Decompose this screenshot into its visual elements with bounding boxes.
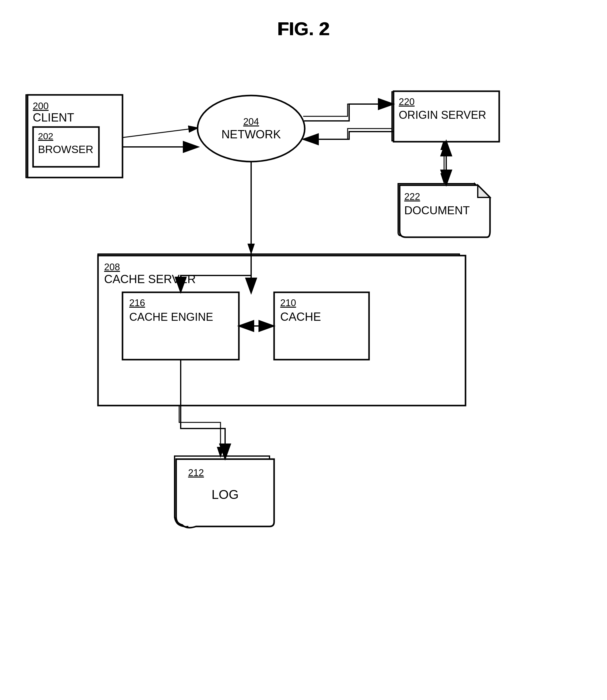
- svg-text:CACHE ENGINE: CACHE ENGINE: [129, 311, 213, 323]
- svg-text:222: 222: [404, 191, 420, 202]
- cache-server-box: [98, 254, 459, 401]
- network-ellipse: [199, 96, 303, 160]
- svg-text:CLIENT: CLIENT: [33, 111, 74, 124]
- svg-text:DOCUMENT: DOCUMENT: [404, 204, 470, 217]
- svg-text:BROWSER: BROWSER: [38, 143, 93, 155]
- cache-server-number: 208: [104, 261, 120, 271]
- svg-point-12: [197, 95, 305, 161]
- log-label: LOG: [186, 485, 212, 498]
- client-label: CLIENT: [30, 111, 70, 123]
- svg-text:210: 210: [280, 298, 296, 308]
- origin-server-label: ORIGIN SERVER: [397, 108, 479, 120]
- svg-rect-6: [27, 95, 123, 177]
- cache-server-label: CACHE SERVER: [104, 271, 191, 283]
- client-to-network-arrow: [121, 128, 197, 138]
- svg-rect-9: [33, 127, 99, 167]
- client-number: 200: [30, 100, 47, 111]
- svg-text:208: 208: [104, 262, 120, 272]
- cache-engine-box: [123, 291, 236, 358]
- svg-text:CACHE: CACHE: [280, 310, 321, 323]
- browser-number: 202: [37, 131, 52, 141]
- document-label: DOCUMENT: [403, 200, 463, 212]
- browser-box: [32, 127, 97, 167]
- log-shape: [174, 456, 270, 527]
- svg-rect-15: [394, 91, 499, 142]
- svg-text:202: 202: [38, 131, 53, 141]
- network-number: 204: [244, 115, 259, 126]
- svg-rect-20: [98, 256, 465, 406]
- network-to-origin-arrow: [303, 104, 392, 116]
- client-box: [26, 95, 121, 177]
- cache-engine-number: 216: [129, 296, 144, 306]
- svg-rect-23: [123, 292, 239, 359]
- origin-to-network-arrow: [303, 129, 392, 139]
- svg-text:204: 204: [243, 116, 259, 127]
- origin-server-box: [392, 92, 496, 141]
- browser-label: BROWSER: [37, 141, 91, 153]
- document-shape: [398, 184, 487, 236]
- svg-text:CACHE SERVER: CACHE SERVER: [104, 273, 196, 286]
- cache-box: [273, 291, 364, 358]
- diagram: FIG. 2 200 CLIENT 202 BROWSER 204 NETWOR…: [0, 0, 607, 700]
- fig-title: FIG. 2: [278, 19, 329, 39]
- svg-text:FIG. 2: FIG. 2: [277, 18, 330, 39]
- cache-engine-to-log-arrow: [179, 358, 221, 456]
- svg-text:LOG: LOG: [212, 487, 239, 502]
- cache-label: CACHE: [279, 307, 317, 319]
- document-number: 222: [403, 189, 418, 199]
- origin-server-number: 220: [397, 97, 412, 107]
- svg-text:220: 220: [399, 96, 415, 107]
- svg-text:200: 200: [33, 101, 49, 111]
- svg-text:NETWORK: NETWORK: [222, 128, 281, 141]
- svg-text:216: 216: [129, 298, 145, 308]
- svg-rect-26: [274, 292, 369, 359]
- svg-text:212: 212: [188, 467, 204, 478]
- svg-text:ORIGIN SERVER: ORIGIN SERVER: [399, 109, 486, 121]
- cache-engine-label: CACHE ENGINE: [129, 307, 208, 319]
- network-label: NETWORK: [223, 126, 279, 138]
- log-number: 212: [181, 463, 196, 473]
- cache-number: 210: [279, 296, 294, 306]
